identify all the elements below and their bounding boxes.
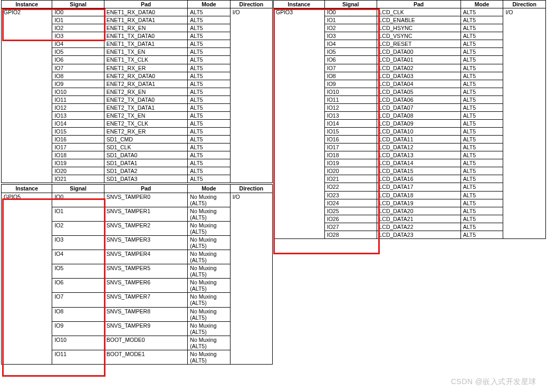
cell-mode: No Muxing (ALT5) (188, 221, 230, 235)
cell-signal: IO4 (52, 40, 104, 48)
cell-mode: No Muxing (ALT5) (188, 336, 230, 350)
cell-signal: IO5 (52, 264, 104, 279)
cell-signal: IO28 (324, 231, 377, 238)
cell-mode: ALT5 (460, 88, 503, 95)
table-gpio3: Instance Signal Pad Mode Direction GPIO3… (273, 0, 546, 239)
cell-pad: LCD_DATA17 (377, 183, 460, 191)
cell-signal: IO19 (52, 159, 104, 167)
cell-direction: I/O (230, 193, 272, 365)
cell-signal: IO15 (52, 128, 104, 136)
cell-mode: ALT5 (188, 159, 230, 167)
cell-signal: IO13 (324, 111, 377, 119)
col-pad: Pad (104, 185, 188, 193)
cell-mode: ALT5 (460, 111, 503, 119)
cell-signal: IO25 (324, 207, 377, 215)
cell-mode: ALT5 (188, 103, 230, 111)
cell-pad: ENET2_TX_DATA1 (104, 103, 188, 111)
cell-mode: ALT5 (188, 144, 230, 151)
cell-mode: No Muxing (ALT5) (188, 293, 230, 307)
cell-signal: IO14 (52, 119, 104, 127)
cell-pad: SNVS_TAMPER3 (104, 235, 188, 250)
cell-pad: LCD_DATA01 (377, 56, 460, 64)
cell-mode: ALT5 (460, 175, 503, 183)
cell-signal: IO16 (324, 136, 377, 144)
table-gpio2: Instance Signal Pad Mode Direction GPIO2… (1, 0, 273, 183)
cell-mode: ALT5 (188, 8, 230, 16)
cell-pad: ENET2_RX_ER (104, 128, 188, 136)
cell-signal: IO18 (52, 151, 104, 159)
cell-mode: ALT5 (188, 48, 230, 56)
cell-mode: ALT5 (188, 88, 230, 95)
cell-signal: IO2 (52, 221, 104, 235)
cell-signal: IO26 (324, 215, 377, 223)
col-signal: Signal (52, 1, 104, 8)
cell-instance: GPIO3 (274, 8, 325, 239)
page: Instance Signal Pad Mode Direction GPIO2… (0, 0, 547, 392)
cell-direction: I/O (503, 8, 546, 239)
col-signal: Signal (324, 1, 377, 8)
cell-signal: IO16 (52, 136, 104, 144)
cell-signal: IO23 (324, 191, 377, 199)
cell-pad: LCD_CLK (377, 8, 460, 16)
table-row: GPIO3IO0LCD_CLKALT5I/O (274, 8, 546, 16)
cell-pad: LCD_DATA18 (377, 191, 460, 199)
cell-signal: IO1 (324, 16, 377, 24)
cell-pad: ENET2_TX_DATA0 (104, 95, 188, 103)
cell-mode: ALT5 (460, 199, 503, 207)
cell-mode: ALT5 (460, 80, 503, 88)
cell-signal: IO1 (52, 207, 104, 221)
cell-signal: IO4 (324, 40, 377, 48)
cell-mode: No Muxing (ALT5) (188, 350, 230, 364)
cell-signal: IO24 (324, 199, 377, 207)
cell-signal: IO18 (324, 151, 377, 159)
cell-signal: IO12 (52, 103, 104, 111)
cell-pad: SD1_DATA0 (104, 151, 188, 159)
cell-pad: ENET1_TX_EN (104, 48, 188, 56)
cell-mode: ALT5 (188, 128, 230, 136)
cell-signal: IO17 (52, 144, 104, 151)
table-header: Instance Signal Pad Mode Direction (274, 1, 546, 8)
cell-signal: IO10 (52, 88, 104, 95)
cell-mode: ALT5 (460, 136, 503, 144)
col-direction: Direction (230, 185, 272, 193)
cell-mode: ALT5 (460, 151, 503, 159)
cell-pad: LCD_VSYNC (377, 32, 460, 40)
right-column: Instance Signal Pad Mode Direction GPIO3… (273, 0, 546, 239)
cell-pad: SNVS_TAMPER5 (104, 264, 188, 279)
cell-mode: ALT5 (460, 64, 503, 72)
cell-pad: ENET2_TX_EN (104, 111, 188, 119)
cell-signal: IO20 (324, 167, 377, 175)
cell-mode: ALT5 (460, 207, 503, 215)
table-row: GPIO2IO0ENET1_RX_DATA0ALT5I/O (2, 8, 273, 16)
cell-signal: IO3 (52, 32, 104, 40)
cell-signal: IO7 (324, 64, 377, 72)
cell-signal: IO15 (324, 128, 377, 136)
cell-pad: SD1_DATA3 (104, 175, 188, 183)
cell-mode: ALT5 (188, 64, 230, 72)
cell-mode: ALT5 (188, 175, 230, 183)
cell-pad: SNVS_TAMPER0 (104, 193, 188, 207)
col-pad: Pad (104, 1, 188, 8)
col-instance: Instance (274, 1, 325, 8)
cell-mode: ALT5 (460, 167, 503, 175)
cell-signal: IO22 (324, 183, 377, 191)
cell-pad: ENET1_TX_CLK (104, 56, 188, 64)
cell-mode: No Muxing (ALT5) (188, 307, 230, 321)
cell-signal: IO21 (52, 175, 104, 183)
cell-pad: SNVS_TAMPER9 (104, 321, 188, 336)
cell-pad: SNVS_TAMPER4 (104, 250, 188, 264)
cell-signal: IO3 (324, 32, 377, 40)
cell-mode: ALT5 (188, 16, 230, 24)
cell-mode: No Muxing (ALT5) (188, 193, 230, 207)
table-gpio5: Instance Signal Pad Mode Direction GPIO5… (1, 184, 273, 365)
cell-signal: IO12 (324, 103, 377, 111)
cell-mode: ALT5 (460, 56, 503, 64)
cell-instance: GPIO2 (2, 8, 52, 183)
cell-signal: IO11 (52, 95, 104, 103)
cell-pad: LCD_DATA20 (377, 207, 460, 215)
cell-signal: IO2 (52, 24, 104, 32)
cell-pad: SNVS_TAMPER7 (104, 293, 188, 307)
col-mode: Mode (460, 1, 503, 8)
cell-pad: LCD_HSYNC (377, 24, 460, 32)
cell-signal: IO1 (52, 16, 104, 24)
